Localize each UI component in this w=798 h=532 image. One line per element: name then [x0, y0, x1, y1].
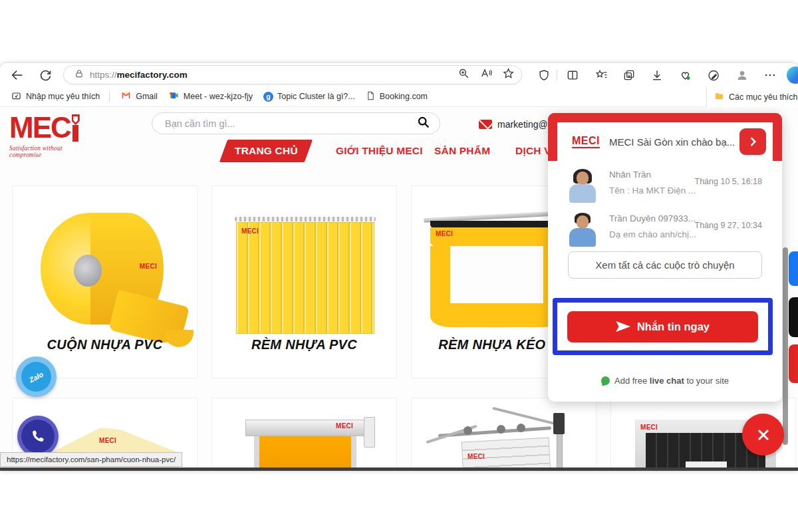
- read-aloud-icon[interactable]: [479, 67, 493, 82]
- bookmarks-divider: [109, 91, 110, 102]
- url-scheme: https://: [90, 70, 117, 80]
- downloads-icon[interactable]: [649, 67, 665, 83]
- logo-i-glyph: [72, 114, 80, 142]
- status-bar-url: https://mecifactory.com/san-pham/cuon-nh…: [0, 452, 182, 467]
- bookmark-add-favorites[interactable]: Nhập mục yêu thích: [11, 90, 100, 103]
- bookmark-topic-cluster[interactable]: g Topic Cluster là gì?...: [263, 92, 355, 102]
- search-icon[interactable]: [416, 115, 430, 132]
- chat-title: MECI Sài Gòn xin chào bạ...: [609, 136, 739, 148]
- product-card-pvc-roll[interactable]: MECI CUỘN NHỰA PVC: [12, 186, 198, 378]
- bookmark-booking[interactable]: Booking.com: [366, 90, 428, 103]
- web-page: MEC Satisfaction without compromise Bạn …: [0, 107, 798, 467]
- bookmark-gmail[interactable]: Gmail: [120, 90, 158, 102]
- copilot-icon[interactable]: [787, 66, 798, 84]
- chat-footer[interactable]: Add free live chat to your site: [548, 376, 782, 386]
- brand-mark: MECI: [467, 453, 485, 460]
- product-title[interactable]: RÈM NHỰA PVC: [212, 337, 396, 352]
- conversation-time: Tháng 9 27, 10:34: [695, 221, 762, 230]
- other-favorites-label: Các mục yêu thích khác: [729, 92, 798, 102]
- agent-avatar: [568, 169, 597, 203]
- brand-mark: MECI: [336, 422, 353, 430]
- nav-item-home[interactable]: TRANG CHỦ: [219, 140, 313, 162]
- product-card-highspeed-door[interactable]: MECI: [211, 398, 397, 467]
- meet-icon: [168, 90, 180, 102]
- zalo-icon: Zalo: [21, 362, 51, 392]
- close-chat-button[interactable]: [742, 414, 784, 456]
- bookmark-label: Booking.com: [380, 92, 428, 101]
- browser-essentials-icon[interactable]: [677, 67, 693, 83]
- profile-avatar[interactable]: [734, 67, 750, 83]
- phone-icon: [21, 420, 55, 453]
- contact-email[interactable]: marketing@: [479, 119, 548, 130]
- bookmark-label: Meet - wez-kjzo-fjy: [184, 92, 253, 101]
- page-scrollbar[interactable]: [783, 247, 788, 445]
- web-capture-icon[interactable]: [706, 67, 722, 83]
- conversation-name: Nhân Trần: [609, 170, 651, 180]
- refresh-icon[interactable]: [37, 67, 53, 83]
- secure-network-icon[interactable]: [536, 67, 552, 83]
- toolbar-divider: [557, 69, 557, 80]
- add-favorites-icon: [11, 90, 22, 103]
- product-card-strip-curtain[interactable]: MECI RÈM NHỰA PVC: [211, 186, 397, 378]
- product-title[interactable]: CUỘN NHỰA PVC: [13, 337, 197, 352]
- tiktok-edge-button[interactable]: [789, 297, 798, 337]
- bookmark-label: Nhập mục yêu thích: [26, 92, 100, 101]
- close-icon: [754, 426, 773, 444]
- product-card-sectional-door[interactable]: MECI: [411, 398, 597, 467]
- agent-avatar: [568, 213, 597, 247]
- other-favorites[interactable]: Các mục yêu thích khác: [706, 86, 798, 107]
- phone-button[interactable]: [17, 416, 59, 457]
- browser-window: https://mecifactory.com: [0, 63, 798, 471]
- bookmark-meet[interactable]: Meet - wez-kjzo-fjy: [168, 90, 253, 102]
- browser-toolbar: https://mecifactory.com: [0, 63, 798, 86]
- annotation-highlight-box: Nhắn tin ngay: [553, 298, 773, 355]
- bookmarks-bar: Nhập mục yêu thích Gmail Meet - wez-kjzo…: [0, 86, 798, 107]
- back-icon[interactable]: [9, 67, 25, 83]
- zoom-in-icon[interactable]: [458, 67, 470, 82]
- email-text: marketing@: [497, 119, 548, 130]
- url-domain: mecifactory.com: [117, 70, 188, 80]
- bookmark-label: Topic Cluster là gì?...: [277, 92, 355, 101]
- g-icon: g: [263, 92, 273, 102]
- favorites-bar-icon[interactable]: [593, 67, 609, 83]
- site-logo[interactable]: MEC Satisfaction without compromise: [9, 113, 96, 158]
- facebook-edge-button[interactable]: [789, 251, 798, 286]
- conversation-item[interactable]: Nhân Trần Tên : Ha MKT Điện ... Tháng 10…: [568, 168, 762, 205]
- conversation-time: Tháng 10 5, 16:18: [695, 177, 762, 186]
- conversation-message: Dạ em chào anh/chị...: [609, 229, 696, 239]
- lock-icon: [74, 68, 84, 82]
- search-placeholder: Bạn cần tìm gì...: [165, 118, 416, 129]
- conversation-name: Trần Duyên 097933...: [609, 213, 696, 223]
- collections-icon[interactable]: [621, 67, 637, 83]
- logo-wordmark: MEC: [9, 113, 96, 142]
- nav-item-about[interactable]: GIỚI THIỆU MECI: [336, 145, 423, 157]
- zalo-button[interactable]: Zalo: [16, 356, 57, 397]
- chat-brand-logo: MECI: [572, 135, 600, 148]
- nav-item-products[interactable]: SẢN PHẨM: [434, 145, 490, 157]
- brand-mark: MECI: [241, 227, 259, 235]
- chat-expand-button[interactable]: [739, 128, 766, 155]
- address-bar[interactable]: https://mecifactory.com: [63, 65, 522, 84]
- conversation-item[interactable]: Trần Duyên 097933... Dạ em chào anh/chị.…: [568, 211, 762, 249]
- site-search[interactable]: Bạn cần tìm gì...: [152, 112, 440, 134]
- strip-curtain-image: [235, 217, 376, 221]
- other-favorites-folder-icon: [714, 91, 725, 103]
- chevron-right-icon: [746, 135, 759, 148]
- view-all-conversations-button[interactable]: Xem tất cả các cuộc trò chuyện: [568, 251, 762, 279]
- youtube-edge-button[interactable]: [789, 344, 798, 383]
- brand-mark: MECI: [436, 230, 453, 237]
- brand-mark: MECI: [140, 263, 157, 270]
- more-menu-icon[interactable]: [762, 67, 778, 83]
- send-message-button[interactable]: Nhắn tin ngay: [567, 311, 758, 342]
- chat-widget: MECI MECI Sài Gòn xin chào bạ... Nhân Tr…: [548, 113, 782, 402]
- gmail-icon: [120, 90, 132, 102]
- url-text[interactable]: https://mecifactory.com: [90, 70, 458, 80]
- favorite-star-icon[interactable]: [502, 67, 515, 82]
- bookmark-label: Gmail: [136, 92, 158, 101]
- brand-mark: MECI: [640, 424, 658, 431]
- send-icon: [616, 321, 630, 332]
- split-screen-icon[interactable]: [565, 67, 581, 83]
- page-icon: [366, 90, 376, 103]
- brand-mark: MECI: [99, 437, 116, 444]
- email-icon: [479, 120, 492, 129]
